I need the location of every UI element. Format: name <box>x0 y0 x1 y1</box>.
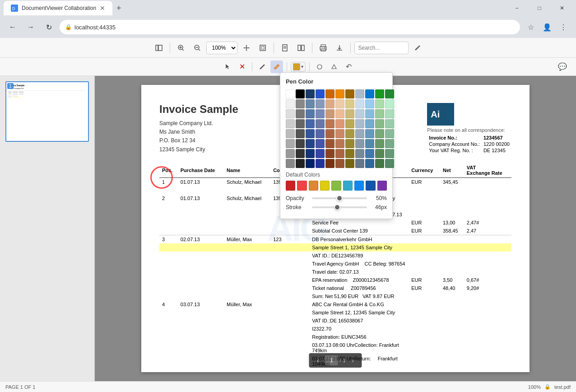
color-cell[interactable] <box>296 149 305 158</box>
color-cell[interactable] <box>286 109 295 118</box>
color-cell[interactable] <box>296 109 305 118</box>
color-cell[interactable] <box>385 149 394 158</box>
color-cell[interactable] <box>365 129 374 138</box>
close-button[interactable]: ✕ <box>552 1 572 15</box>
color-cell[interactable] <box>325 129 334 138</box>
color-cell[interactable] <box>306 99 315 108</box>
color-cell[interactable] <box>306 129 315 138</box>
color-cell[interactable] <box>385 109 394 118</box>
color-cell[interactable] <box>296 159 305 168</box>
single-page-button[interactable] <box>278 41 292 55</box>
color-cell[interactable] <box>385 89 394 98</box>
color-cell[interactable] <box>375 119 384 128</box>
color-cell[interactable] <box>316 109 325 118</box>
color-cell[interactable] <box>355 109 364 118</box>
color-cell[interactable] <box>365 109 374 118</box>
undo-button[interactable]: ↶ <box>342 61 355 73</box>
color-cell[interactable] <box>316 119 325 128</box>
color-cell[interactable] <box>375 89 384 98</box>
default-color-blue-dark[interactable] <box>366 181 375 191</box>
color-cell[interactable] <box>286 159 295 168</box>
color-cell[interactable] <box>345 129 354 138</box>
new-tab-button[interactable]: + <box>112 2 125 14</box>
color-cell[interactable] <box>286 149 295 158</box>
color-cell[interactable] <box>316 89 325 98</box>
zoom-select[interactable]: 100% 50% 75% 125% 150% <box>206 42 237 54</box>
forward-button[interactable]: → <box>23 20 38 34</box>
color-cell[interactable] <box>286 119 295 128</box>
prev-page-button[interactable]: ‹ <box>312 355 323 366</box>
color-cell[interactable] <box>355 129 364 138</box>
refresh-button[interactable]: ↻ <box>42 20 56 34</box>
select-tool-button[interactable] <box>221 61 234 73</box>
tab-close-button[interactable]: ✕ <box>100 5 105 12</box>
color-cell[interactable] <box>316 99 325 108</box>
double-page-button[interactable] <box>294 41 308 55</box>
download-button[interactable] <box>332 41 347 55</box>
color-cell[interactable] <box>335 109 344 118</box>
color-cell[interactable] <box>316 149 325 158</box>
default-color-yellow-green[interactable] <box>331 181 341 191</box>
maximize-button[interactable]: □ <box>529 1 550 15</box>
color-cell[interactable] <box>375 99 384 108</box>
color-cell[interactable] <box>316 159 325 168</box>
default-color-blue[interactable] <box>354 181 364 191</box>
color-cell[interactable] <box>355 149 364 158</box>
color-cell[interactable] <box>345 149 354 158</box>
color-cell[interactable] <box>335 89 344 98</box>
color-cell[interactable] <box>375 129 384 138</box>
color-cell[interactable] <box>345 89 354 98</box>
color-cell[interactable] <box>286 139 295 148</box>
color-cell[interactable] <box>345 159 354 168</box>
color-cell[interactable] <box>296 99 305 108</box>
color-cell[interactable] <box>375 109 384 118</box>
color-cell[interactable] <box>365 119 374 128</box>
color-cell[interactable] <box>385 119 394 128</box>
color-cell[interactable] <box>306 149 315 158</box>
color-cell[interactable] <box>365 149 374 158</box>
color-cell[interactable] <box>355 159 364 168</box>
color-cell[interactable] <box>385 99 394 108</box>
color-cell[interactable] <box>296 139 305 148</box>
color-cell[interactable] <box>335 129 344 138</box>
color-cell[interactable] <box>345 109 354 118</box>
opacity-thumb[interactable] <box>336 195 343 201</box>
pan-button[interactable] <box>239 41 254 55</box>
color-cell[interactable] <box>365 139 374 148</box>
search-input[interactable] <box>354 42 409 54</box>
address-input[interactable]: 🔒 localhost:44335 <box>60 20 520 34</box>
color-cell[interactable] <box>345 99 354 108</box>
color-cell[interactable] <box>325 159 334 168</box>
color-cell[interactable] <box>325 99 334 108</box>
color-cell[interactable] <box>335 149 344 158</box>
default-color-red[interactable] <box>297 181 307 191</box>
color-cell[interactable] <box>335 99 344 108</box>
color-cell[interactable] <box>335 139 344 148</box>
color-cell[interactable] <box>296 119 305 128</box>
color-cell[interactable] <box>306 119 315 128</box>
default-color-purple[interactable] <box>377 181 387 191</box>
color-cell[interactable] <box>355 119 364 128</box>
color-cell[interactable] <box>365 99 374 108</box>
page-thumbnail-1[interactable]: 1 Invoice Sample Sample Company Ltd. <box>5 81 89 142</box>
color-cell[interactable] <box>325 139 334 148</box>
fit-page-button[interactable] <box>255 41 270 55</box>
menu-button[interactable]: ⋮ <box>556 20 571 34</box>
color-cell[interactable] <box>385 139 394 148</box>
color-cell[interactable] <box>345 119 354 128</box>
color-cell[interactable] <box>286 89 295 98</box>
color-cell[interactable] <box>375 139 384 148</box>
color-cell[interactable] <box>306 139 315 148</box>
default-color-red-dark[interactable] <box>286 181 295 191</box>
bookmark-button[interactable]: ☆ <box>524 20 538 34</box>
default-color-yellow[interactable] <box>320 181 330 191</box>
color-cell[interactable] <box>375 149 384 158</box>
color-cell[interactable] <box>345 139 354 148</box>
zoom-in-button[interactable] <box>174 41 188 55</box>
color-cell[interactable] <box>375 159 384 168</box>
color-cell[interactable] <box>385 159 394 168</box>
color-cell[interactable] <box>335 159 344 168</box>
color-cell[interactable] <box>296 89 305 98</box>
browser-tab[interactable]: D DocumentViewer Collaboration ✕ <box>4 1 112 15</box>
fill-button[interactable] <box>328 61 340 73</box>
